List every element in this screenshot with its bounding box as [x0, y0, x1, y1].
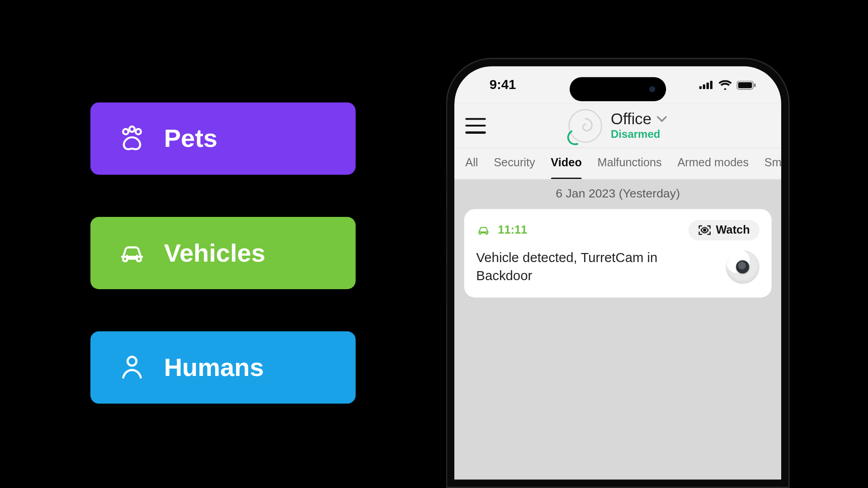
phone-side-button	[789, 215, 789, 281]
event-filter-tabs: All Security Video Malfunctions Armed mo…	[454, 148, 781, 179]
svg-rect-12	[754, 83, 755, 87]
feed-date-header: 6 Jan 2023 (Yesterday)	[454, 179, 781, 209]
phone-screen: 9:41	[454, 66, 781, 480]
event-feed: 6 Jan 2023 (Yesterday) 11:11	[454, 179, 781, 479]
svg-point-3	[126, 255, 128, 257]
watch-label: Watch	[716, 224, 750, 237]
category-label: Vehicles	[164, 239, 265, 267]
battery-icon	[736, 80, 756, 89]
svg-rect-11	[738, 82, 752, 88]
tab-video[interactable]: Video	[551, 156, 582, 172]
tab-truncated[interactable]: Sm	[764, 156, 781, 172]
category-vehicles[interactable]: Vehicles	[90, 217, 356, 289]
phone-side-button	[446, 172, 447, 194]
category-pets[interactable]: Pets	[90, 103, 356, 175]
location-selector[interactable]: Office Disarmed	[569, 109, 667, 143]
category-label: Pets	[164, 124, 217, 153]
person-icon	[117, 352, 147, 383]
car-icon	[117, 238, 147, 268]
svg-point-13	[703, 229, 706, 232]
svg-rect-8	[707, 83, 709, 89]
tab-malfunctions[interactable]: Malfunctions	[598, 156, 662, 172]
menu-button[interactable]	[465, 118, 486, 134]
category-label: Humans	[164, 353, 264, 382]
location-name: Office	[611, 110, 651, 128]
hub-icon	[569, 109, 603, 143]
status-bar: 9:41	[454, 66, 781, 104]
svg-rect-9	[710, 81, 712, 89]
arm-state: Disarmed	[611, 128, 667, 141]
detection-category-tiles: Pets Vehicles Humans	[90, 103, 356, 404]
camera-thumbnail	[726, 250, 760, 284]
svg-point-0	[123, 129, 128, 135]
svg-point-2	[136, 129, 141, 135]
phone-side-button	[446, 208, 447, 250]
svg-rect-6	[699, 86, 702, 89]
chevron-down-icon	[656, 116, 667, 123]
event-description: Vehicle detected, TurretCam in Backdoor	[476, 249, 715, 285]
tab-armed-modes[interactable]: Armed modes	[677, 156, 749, 172]
app-header: Office Disarmed	[454, 103, 781, 148]
status-time: 9:41	[490, 77, 516, 93]
car-icon	[476, 224, 491, 236]
tab-all[interactable]: All	[465, 156, 478, 172]
svg-point-4	[136, 255, 138, 257]
svg-point-1	[129, 127, 135, 132]
paw-icon	[117, 123, 147, 154]
phone-frame: 9:41	[446, 58, 790, 488]
wifi-icon	[718, 80, 731, 89]
watch-button[interactable]: Watch	[688, 220, 760, 240]
svg-point-5	[127, 357, 136, 366]
event-card[interactable]: 11:11 Watch Vehicle detected, Tu	[464, 209, 772, 298]
cellular-icon	[699, 81, 714, 89]
watch-icon	[698, 225, 711, 235]
category-humans[interactable]: Humans	[90, 331, 356, 404]
tab-security[interactable]: Security	[494, 156, 535, 172]
event-time: 11:11	[498, 224, 527, 237]
svg-rect-7	[703, 84, 705, 89]
phone-side-button	[446, 263, 447, 305]
